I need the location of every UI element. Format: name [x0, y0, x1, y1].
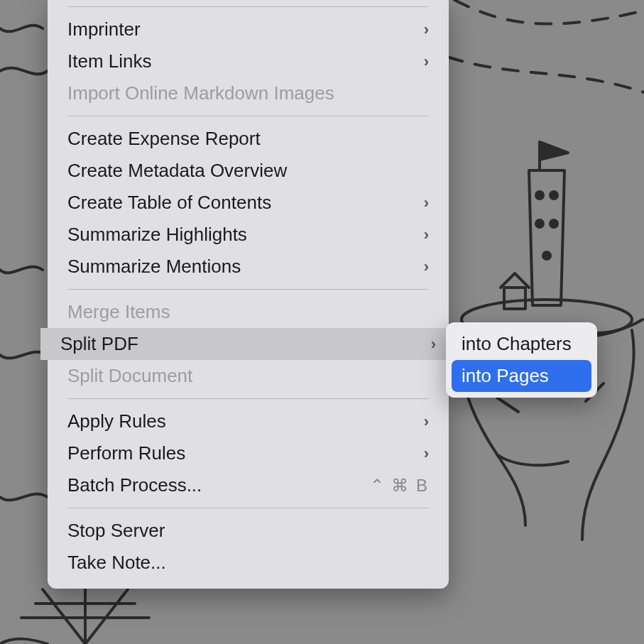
menu-item-create-table-of-contents[interactable]: Create Table of Contents ›	[55, 187, 442, 219]
submenu-split-pdf: into Chapters into Pages	[446, 322, 597, 398]
svg-point-5	[543, 252, 550, 259]
menu-item-summarize-mentions[interactable]: Summarize Mentions ›	[55, 251, 442, 283]
menu-item-split-document: Split Document	[55, 360, 442, 392]
svg-point-4	[550, 220, 557, 227]
menu-item-label: Import Online Markdown Images	[67, 82, 334, 104]
menu-separator	[67, 398, 429, 399]
menu-item-label: Summarize Mentions	[67, 256, 241, 278]
menu-item-label: Item Links	[67, 50, 152, 72]
chevron-right-icon: ›	[424, 194, 429, 212]
menu-separator	[67, 116, 429, 116]
chevron-right-icon: ›	[431, 335, 436, 354]
menu-separator	[67, 289, 429, 290]
submenu-item-into-chapters[interactable]: into Chapters	[452, 328, 591, 360]
chevron-right-icon: ›	[424, 413, 429, 431]
menu-item-label: Create Expense Report	[67, 128, 261, 150]
svg-point-2	[550, 192, 557, 199]
context-menu: Imprinter › Item Links › Import Online M…	[48, 0, 449, 589]
chevron-right-icon: ›	[424, 258, 429, 276]
menu-item-take-note[interactable]: Take Note...	[55, 547, 442, 579]
menu-item-label: Batch Process...	[67, 474, 202, 496]
submenu-item-label: into Pages	[462, 365, 549, 386]
menu-item-label: Stop Server	[67, 520, 165, 542]
menu-item-create-expense-report[interactable]: Create Expense Report	[55, 123, 442, 155]
chevron-right-icon: ›	[424, 226, 429, 244]
menu-separator	[67, 508, 429, 508]
menu-item-batch-process[interactable]: Batch Process... ⌃ ⌘ B	[55, 469, 442, 501]
menu-item-item-links[interactable]: Item Links ›	[55, 45, 442, 77]
menu-item-label: Create Table of Contents	[67, 192, 271, 214]
menu-item-label: Split PDF	[60, 333, 138, 355]
menu-item-label: Create Metadata Overview	[67, 160, 287, 182]
menu-item-summarize-highlights[interactable]: Summarize Highlights ›	[55, 219, 442, 251]
submenu-item-label: into Chapters	[462, 333, 572, 354]
svg-point-1	[536, 192, 543, 199]
menu-separator	[67, 6, 429, 7]
menu-item-label: Merge Items	[67, 301, 170, 323]
svg-point-3	[536, 220, 543, 227]
menu-item-label: Apply Rules	[67, 410, 166, 432]
submenu-item-into-pages[interactable]: into Pages	[452, 360, 591, 392]
menu-item-split-pdf[interactable]: Split PDF ›	[40, 328, 456, 360]
menu-item-label: Perform Rules	[67, 442, 185, 464]
menu-item-stop-server[interactable]: Stop Server	[55, 515, 442, 547]
menu-item-merge-items: Merge Items	[55, 296, 442, 328]
chevron-right-icon: ›	[424, 21, 429, 39]
menu-item-import-online-markdown-images: Import Online Markdown Images	[55, 77, 442, 109]
menu-item-create-metadata-overview[interactable]: Create Metadata Overview	[55, 155, 442, 187]
chevron-right-icon: ›	[424, 444, 429, 463]
menu-item-label: Split Document	[67, 365, 192, 387]
menu-item-label: Summarize Highlights	[67, 224, 247, 246]
menu-item-label: Take Note...	[67, 552, 166, 574]
menu-item-apply-rules[interactable]: Apply Rules ›	[55, 405, 442, 437]
chevron-right-icon: ›	[424, 53, 429, 71]
keyboard-shortcut: ⌃ ⌘ B	[370, 476, 429, 496]
menu-item-label: Imprinter	[67, 18, 141, 40]
menu-item-perform-rules[interactable]: Perform Rules ›	[55, 437, 442, 469]
menu-item-imprinter[interactable]: Imprinter ›	[55, 13, 442, 45]
